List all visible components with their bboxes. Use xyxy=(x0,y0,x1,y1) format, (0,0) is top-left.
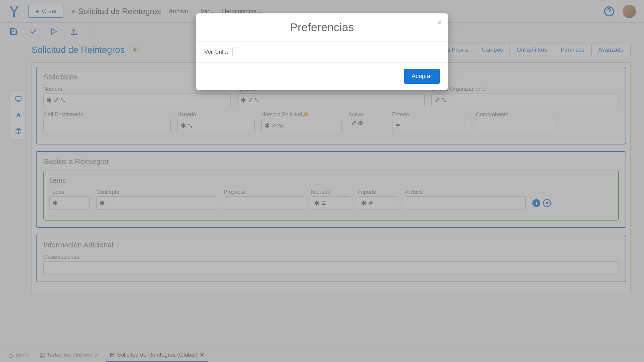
preferences-modal: Preferencias × Ver Grilla Aceptar xyxy=(196,13,448,90)
modal-footer: Aceptar xyxy=(196,63,448,90)
ver-grilla-label: Ver Grilla xyxy=(204,49,228,55)
modal-title: Preferencias xyxy=(290,21,354,34)
accept-button[interactable]: Aceptar xyxy=(404,69,440,84)
close-icon[interactable]: × xyxy=(437,18,442,27)
modal-body: Ver Grilla xyxy=(196,42,448,63)
modal-header: Preferencias × xyxy=(196,13,448,42)
ver-grilla-checkbox[interactable] xyxy=(232,48,241,56)
